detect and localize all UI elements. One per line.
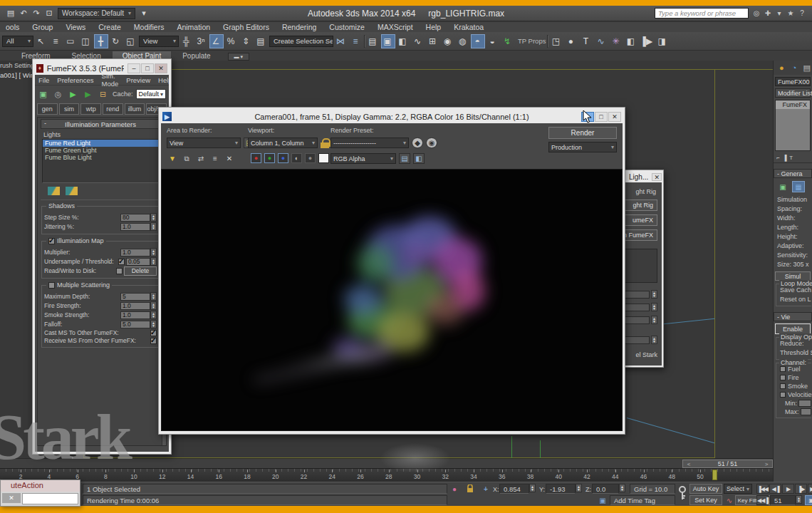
minimize-icon[interactable]: – — [127, 63, 140, 73]
ribbon-collapse-icon[interactable]: ▬ ▾ — [228, 53, 249, 61]
communication-center-icon[interactable]: ✚ — [762, 8, 774, 19]
hair-icon[interactable]: ∿ — [594, 34, 608, 48]
selection-lock-icon[interactable] — [464, 484, 476, 494]
zoom-extents-icon[interactable]: ▣ — [805, 495, 812, 505]
rendered-frame-window-icon[interactable]: ◓ — [471, 34, 485, 48]
play-icon[interactable]: ▶ — [782, 484, 794, 494]
render-production-icon[interactable]: ◒ — [486, 34, 500, 48]
fumefx-tab[interactable]: wtp — [80, 103, 101, 115]
value-field[interactable]: 1.0 — [120, 302, 150, 310]
menu-item[interactable]: Help — [420, 23, 447, 31]
fumefx-tab[interactable]: rend — [103, 103, 123, 115]
spinner[interactable]: ▲▼ — [150, 311, 157, 319]
window-crossing-icon[interactable]: ◫ — [79, 34, 93, 48]
fumefx-menu-item[interactable]: Preview — [123, 76, 154, 84]
viewport-lock-icon[interactable] — [321, 138, 329, 148]
exec-input[interactable] — [22, 493, 78, 504]
enable-button[interactable]: Enable — [775, 323, 811, 334]
fumefx-tab[interactable]: illum — [125, 103, 145, 115]
start-simulation-icon[interactable]: ▶ — [68, 89, 78, 99]
set-key-button[interactable]: Set Key — [689, 495, 722, 505]
preview-window-icon[interactable]: ▣ — [38, 89, 48, 99]
workspace-menu-arrow-icon[interactable]: ▾ — [137, 8, 150, 19]
track-bar[interactable]: 2468101214161820222426283032343638404244… — [0, 468, 773, 482]
redo-icon[interactable]: ↷ — [30, 8, 43, 19]
maximize-icon[interactable]: □ — [595, 112, 608, 122]
menu-item[interactable]: Krakatoa — [448, 23, 489, 31]
fumefx-menu-item[interactable]: Sim. Mode — [98, 75, 123, 88]
select-manipulate-icon[interactable]: ╬ — [179, 34, 194, 48]
particle-icon[interactable]: ✳ — [609, 34, 623, 48]
cast-ms-checkbox[interactable] — [150, 330, 157, 336]
modifier-stack-item[interactable]: FumeFX — [776, 100, 810, 109]
menu-item[interactable]: Graph Editors — [217, 23, 275, 31]
add-time-tag[interactable]: Add Time Tag — [610, 495, 675, 505]
max-field[interactable] — [801, 408, 811, 415]
area-to-render-dropdown[interactable]: View — [167, 138, 241, 148]
illumination-parameters-rollout[interactable]: -Illumination Parameters — [41, 119, 160, 129]
blue-channel-icon[interactable]: ● — [278, 153, 288, 163]
value-field[interactable]: 1.0 — [120, 223, 150, 231]
execute-action-window[interactable]: uteAction ✕ — [0, 480, 80, 507]
spinner[interactable]: ▲▼ — [651, 336, 657, 344]
cloth-icon[interactable]: T — [579, 34, 593, 48]
go-to-end-icon[interactable]: ▶▶ — [808, 484, 812, 494]
render-mode-dropdown[interactable]: Production — [548, 142, 617, 152]
scene-explorer-icon[interactable]: ▤ — [366, 34, 380, 48]
hierarchy-tab-icon[interactable]: ▤ — [801, 62, 812, 73]
spinner[interactable]: ▲▼ — [619, 484, 625, 492]
maximize-icon[interactable]: □ — [141, 63, 154, 73]
set-keys-icon[interactable] — [677, 488, 688, 498]
schematic-view-icon[interactable]: ⊞ — [426, 34, 440, 48]
settings-icon[interactable]: ◎ — [53, 89, 63, 99]
separator[interactable] — [547, 35, 548, 48]
select-move-icon[interactable]: ╋ — [94, 34, 108, 48]
angle-snap-icon[interactable]: ∠ — [209, 34, 224, 48]
rfw-title-bar[interactable]: ▶ Camera001, frame 51, Display Gamma: 2.… — [161, 110, 623, 123]
containers-icon[interactable]: ◳ — [549, 34, 563, 48]
spinner[interactable]: ▲▼ — [150, 213, 157, 222]
fumefx-tab[interactable]: sim — [59, 103, 80, 115]
next-frame-arrow-icon[interactable]: > — [761, 461, 772, 467]
menu-item[interactable]: Modifiers — [128, 23, 170, 31]
fumefx-menu-item[interactable]: Preferences — [53, 76, 97, 84]
undo-icon[interactable]: ↶ — [17, 8, 30, 19]
add-light-icon[interactable] — [48, 187, 60, 195]
previous-frame-icon[interactable]: ◀▐ — [769, 484, 781, 494]
edit-named-selections-icon[interactable]: ▤ — [254, 34, 269, 48]
current-frame-marker[interactable] — [712, 470, 717, 480]
value-field[interactable]: 80 — [120, 214, 150, 222]
cache-folder-icon[interactable]: ⊟ — [98, 89, 108, 99]
key-curve-icon[interactable]: ∿ — [724, 495, 735, 505]
sim-box3-icon[interactable]: ◨ — [655, 34, 670, 48]
layers-icon[interactable]: ▤ — [399, 153, 410, 164]
render-button[interactable]: Render — [548, 127, 617, 139]
search-input[interactable]: Type a keyword or phrase — [655, 8, 749, 19]
value-field[interactable]: 1.0 — [120, 311, 150, 319]
viewport-dropdown[interactable]: Column 1, Column — [248, 138, 318, 148]
current-frame-field[interactable]: 51 — [770, 495, 796, 505]
clone-window-icon[interactable]: ⧉ — [181, 153, 192, 164]
spinner[interactable]: ▲▼ — [529, 484, 536, 492]
create-tab-icon[interactable]: ● — [776, 62, 787, 73]
receive-ms-checkbox[interactable] — [150, 338, 157, 344]
spinner[interactable]: ▲▼ — [651, 303, 657, 311]
workspace-dropdown[interactable]: Workspace: Default — [58, 8, 135, 19]
minimize-icon[interactable]: – — [581, 112, 594, 122]
modify-tab-icon[interactable]: ◔ — [789, 62, 800, 73]
environment-icon[interactable]: ◉ — [426, 138, 437, 148]
mirror-icon[interactable]: ⋈ — [334, 34, 348, 48]
y-coordinate-field[interactable]: -1.93 — [546, 484, 576, 494]
close-icon[interactable]: ✕ — [652, 173, 662, 181]
graphite-ribbon-icon[interactable]: ◧ — [396, 34, 410, 48]
spinner[interactable]: ▲▼ — [150, 301, 157, 310]
menu-item[interactable]: Customize — [323, 23, 370, 31]
spinner-snap-icon[interactable]: ⇕ — [239, 34, 254, 48]
close-icon[interactable]: ✕ — [2, 493, 21, 503]
selection-filter-dropdown[interactable]: All — [2, 36, 33, 47]
percent-snap-icon[interactable]: % — [224, 34, 239, 48]
render-preset-dropdown[interactable]: -------------------- — [330, 138, 409, 148]
reference-coordinate-dropdown[interactable]: View — [139, 36, 179, 47]
copy-image-icon[interactable]: ⇄ — [195, 153, 207, 164]
object-name-field[interactable]: FumeFX001 — [775, 77, 811, 86]
